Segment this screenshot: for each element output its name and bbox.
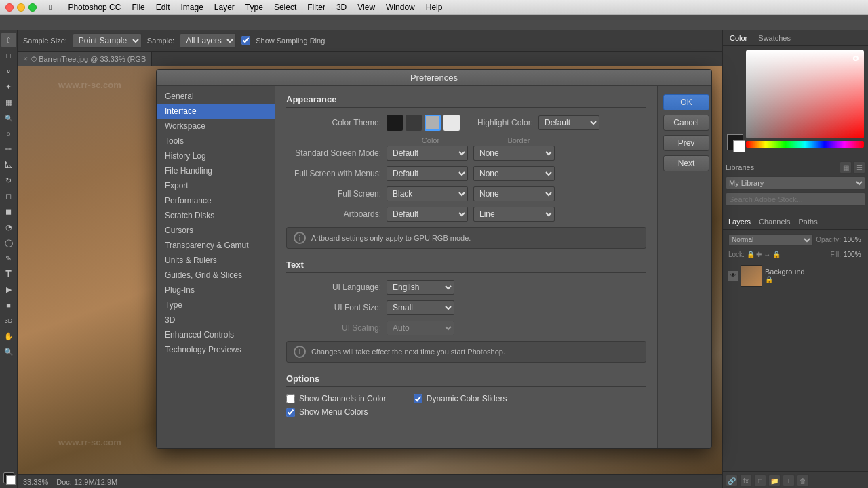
fullscreen-label: Full Screen: <box>286 189 381 199</box>
ok-button[interactable]: OK <box>663 94 709 110</box>
fullscreen-border[interactable]: None <box>473 186 555 201</box>
dialog-title: Preferences <box>410 73 458 83</box>
artboards-label: Artboards: <box>286 209 381 219</box>
options-col-right: Dynamic Color Sliders <box>414 394 507 421</box>
ui-font-size-label: UI Font Size: <box>286 303 381 312</box>
apple-menu[interactable]:  <box>45 1 56 14</box>
options-col-left: Show Channels in Color Show Menu Colors <box>286 394 387 421</box>
menu-edit[interactable]: Edit <box>152 1 174 14</box>
changes-info-text: Changes will take effect the next time y… <box>311 348 505 356</box>
menu-photoshop[interactable]: Photoshop CC <box>64 1 125 14</box>
next-button[interactable]: Next <box>663 155 709 171</box>
artboards-color[interactable]: Default <box>387 207 468 222</box>
sidebar-history-log[interactable]: History Log <box>157 148 275 163</box>
prev-button[interactable]: Prev <box>663 135 709 151</box>
ui-scaling-select[interactable]: Auto <box>387 321 454 336</box>
standard-screen-color[interactable]: Default <box>387 146 468 161</box>
ui-font-size-select[interactable]: Small <box>387 300 454 315</box>
sidebar-3d[interactable]: 3D <box>157 312 275 327</box>
sidebar-guides-grid[interactable]: Guides, Grid & Slices <box>157 268 275 283</box>
theme-swatch-black[interactable] <box>387 115 403 131</box>
theme-swatch-medium[interactable] <box>425 115 441 131</box>
menu-layer[interactable]: Layer <box>210 1 239 14</box>
highlight-color-select[interactable]: Default <box>538 115 599 130</box>
text-section-title: Text <box>286 260 646 273</box>
sidebar-transparency-gamut[interactable]: Transparency & Gamut <box>157 238 275 253</box>
ui-language-select[interactable]: English <box>387 280 454 295</box>
menu-image[interactable]: Image <box>176 1 207 14</box>
menu-help[interactable]: Help <box>422 1 447 14</box>
ui-scaling-label: UI Scaling: <box>286 323 381 333</box>
sidebar-units-rulers[interactable]: Units & Rulers <box>157 253 275 268</box>
show-channels-color-checkbox[interactable] <box>286 394 295 403</box>
fullscreen-menus-border[interactable]: None <box>473 166 555 181</box>
menu-file[interactable]: File <box>127 1 149 14</box>
fullscreen-row: Full Screen: Black None <box>286 186 646 201</box>
artboards-border[interactable]: Line <box>473 207 555 222</box>
menu-3d[interactable]: 3D <box>332 1 351 14</box>
sidebar-workspace[interactable]: Workspace <box>157 119 275 134</box>
options-section-title: Options <box>286 373 646 387</box>
fullscreen-color[interactable]: Black <box>387 186 468 201</box>
menu-select[interactable]: Select <box>270 1 300 14</box>
preferences-dialog: Preferences General Interface Workspace … <box>156 69 712 449</box>
ui-language-label: UI Language: <box>286 283 381 292</box>
menu-type[interactable]: Type <box>241 1 267 14</box>
show-channels-color-label: Show Channels in Color <box>299 394 387 403</box>
ui-font-size-row: UI Font Size: Small <box>286 300 646 315</box>
maximize-button[interactable] <box>28 3 37 12</box>
show-menu-colors-row: Show Menu Colors <box>286 407 387 417</box>
options-section: Options Show Channels in Color Show Menu… <box>286 373 646 421</box>
changes-info-icon: i <box>294 346 306 358</box>
sidebar-scratch-disks[interactable]: Scratch Disks <box>157 208 275 223</box>
dialog-sidebar: General Interface Workspace Tools Histor… <box>157 86 275 448</box>
info-icon: i <box>294 232 306 244</box>
col-color-label: Color <box>387 136 475 144</box>
show-menu-colors-checkbox[interactable] <box>286 408 295 417</box>
fullscreen-menus-color[interactable]: Default <box>387 166 468 181</box>
artboards-row: Artboards: Default Line <box>286 207 646 222</box>
artboard-info-box: i Artboard settings only apply to GPU RG… <box>286 227 646 249</box>
fullscreen-menus-label: Full Screen with Menus: <box>286 169 381 178</box>
cancel-button[interactable]: Cancel <box>663 115 709 131</box>
color-theme-label: Color Theme: <box>286 118 381 127</box>
menu-filter[interactable]: Filter <box>303 1 330 14</box>
sidebar-technology-previews[interactable]: Technology Previews <box>157 342 275 357</box>
traffic-lights[interactable] <box>5 3 37 12</box>
text-section: Text UI Language: English UI Font Size: <box>286 260 646 363</box>
standard-screen-mode-label: Standard Screen Mode: <box>286 148 381 158</box>
minimize-button[interactable] <box>17 3 25 12</box>
sidebar-file-handling[interactable]: File Handling <box>157 163 275 178</box>
sidebar-plug-ins[interactable]: Plug-Ins <box>157 283 275 298</box>
menu-view[interactable]: View <box>353 1 379 14</box>
show-channels-color-row: Show Channels in Color <box>286 394 387 403</box>
sidebar-enhanced-controls[interactable]: Enhanced Controls <box>157 327 275 342</box>
standard-screen-border[interactable]: None <box>473 146 555 161</box>
menu-window[interactable]: Window <box>382 1 419 14</box>
close-button[interactable] <box>5 3 14 12</box>
mac-toolbar:  Photoshop CC File Edit Image Layer Typ… <box>0 0 868 15</box>
fullscreen-menus-row: Full Screen with Menus: Default None <box>286 166 646 181</box>
standard-screen-mode-row: Standard Screen Mode: Default None <box>286 146 646 161</box>
ui-language-row: UI Language: English <box>286 280 646 295</box>
sidebar-type[interactable]: Type <box>157 298 275 312</box>
screen-mode-col-headers: Color Border <box>387 136 646 144</box>
sidebar-export[interactable]: Export <box>157 178 275 193</box>
sidebar-cursors[interactable]: Cursors <box>157 223 275 238</box>
photoshop-bg: ⇧ □ ⚬ ✦ ▦ 🔍 ○ ✏ ⛡ ↻ ◻ ◼ ◔ ◯ ✎ T ▶ ■ 3D ✋… <box>0 15 868 488</box>
sidebar-interface[interactable]: Interface <box>157 104 275 119</box>
dynamic-color-sliders-checkbox[interactable] <box>414 394 422 403</box>
dialog-main: Appearance Color Theme: Highlight Color: <box>275 86 657 448</box>
dialog-buttons: OK Cancel Prev Next <box>657 86 711 448</box>
show-menu-colors-label: Show Menu Colors <box>299 407 368 417</box>
theme-swatch-dark[interactable] <box>406 115 422 131</box>
color-theme-row: Color Theme: Highlight Color: Default <box>286 115 646 131</box>
theme-swatch-light[interactable] <box>443 115 460 131</box>
appearance-section-title: Appearance <box>286 94 646 108</box>
sidebar-general[interactable]: General <box>157 89 275 104</box>
sidebar-tools[interactable]: Tools <box>157 134 275 148</box>
dynamic-color-sliders-label: Dynamic Color Sliders <box>427 394 507 403</box>
options-columns: Show Channels in Color Show Menu Colors <box>286 394 646 421</box>
sidebar-performance[interactable]: Performance <box>157 193 275 208</box>
artboard-info-text: Artboard settings only apply to GPU RGB … <box>311 234 471 242</box>
